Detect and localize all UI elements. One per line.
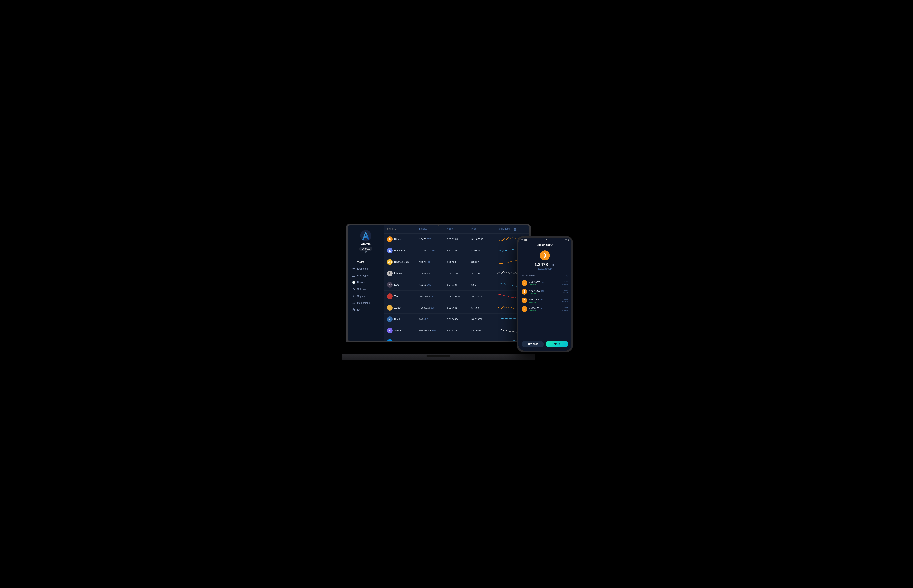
balance-cell: 1.3042853 LTC	[419, 272, 447, 275]
price-cell: $ 28.62	[471, 261, 497, 263]
tx-item[interactable]: ₿ + 0.0159728 BTC Confirmed 23:21 23.08.…	[521, 279, 568, 288]
wallet-icon: ◫	[352, 260, 355, 263]
phone-coin-display: ₿ 1.3478 BTC 15,998.38 USD	[518, 248, 571, 273]
zec-logo: Z	[387, 305, 393, 310]
balance-cell: 10.223 BNB	[419, 261, 447, 263]
laptop-screen: Atomic 17,876.2 USD ▾ ◫ Wallet	[348, 226, 529, 341]
filter-icon[interactable]: ⊟	[514, 228, 526, 231]
tx-time: 21:05 19.07.19	[562, 307, 568, 311]
tx-title: Your transactions	[521, 275, 537, 277]
trend-cell	[497, 292, 520, 300]
coin-info: Ξ Ethereum	[387, 248, 419, 254]
xlm-logo: ✦	[387, 328, 393, 333]
sidebar-item-exchange[interactable]: ⇄ Exchange	[348, 265, 384, 272]
camera-dot	[438, 225, 439, 226]
sidebar-item-exit[interactable]: ⏻ Exit	[348, 306, 384, 313]
price-cell: $ 11,870.30	[471, 238, 497, 240]
logo-area: Atomic 17,876.2 USD ▾	[348, 229, 384, 254]
tx-details: + 0.0159728 BTC Confirmed	[529, 280, 560, 286]
coin-info: Z ZCash	[387, 305, 419, 310]
tx-details: + 0.2706069 BTC Confirmed	[529, 289, 560, 294]
transactions-section: Your transactions ↻ ₿ + 0.0159728 BTC Co…	[518, 273, 571, 339]
sidebar-item-membership[interactable]: ◎ Membership	[348, 299, 384, 306]
trx-logo: T	[387, 294, 393, 299]
sidebar-item-wallet[interactable]: ◫ Wallet	[348, 258, 384, 265]
table-row[interactable]: EOS EOS 41.262 EOS $ 246.334 $ 5.97	[384, 279, 529, 291]
table-row[interactable]: Z ZCash 7.1039972 ZEC $ 326.641 $ 45.98	[384, 302, 529, 313]
sidebar-item-support[interactable]: ? Support	[348, 293, 384, 299]
price-cell: $ 0.105517	[471, 330, 497, 332]
table-row[interactable]: T Tron 1006.4289 TRX $ 34.273936 $ 0.034…	[384, 291, 529, 302]
coin-info: BNB Binance Coin	[387, 259, 419, 265]
table-row[interactable]: D Dash 1.62 DASH $ 257.8878 $ 159.19	[384, 336, 529, 341]
bnb-logo: BNB	[387, 259, 393, 265]
buy-crypto-icon: ▬	[352, 274, 355, 277]
table-row[interactable]: ✦ Stellar 403.836152 XLM $ 42.6115 $ 0.1…	[384, 325, 529, 336]
coin-info: ✕ Ripple	[387, 317, 419, 322]
nav-items: ◫ Wallet ⇄ Exchange ▬ Buy crypto 🕐	[348, 258, 384, 313]
tx-amount-row: + 0.0159728 BTC	[529, 280, 560, 284]
phone-balance-row: 1.3478 BTC	[534, 262, 555, 267]
signal-label: 4G ▐▐▐	[521, 239, 527, 241]
trend-cell	[497, 270, 520, 278]
table-row[interactable]: BNB Binance Coin 10.223 BNB $ 292.58 $ 2…	[384, 256, 529, 268]
search-column	[387, 228, 419, 231]
trend-cell	[497, 247, 520, 255]
tx-time: 21:05 19.08.19	[562, 289, 568, 294]
balance-column-header: Balance	[419, 228, 447, 231]
table-row[interactable]: ✕ Ripple 209 XRP $ 82.96424 $ 0.396958	[384, 313, 529, 325]
table-row[interactable]: Ξ Ethereum 2.0152977 ETH $ 621.356 $ 308…	[384, 245, 529, 256]
price-column-header: Price	[471, 228, 497, 231]
coin-info: Ł Litecoin	[387, 271, 419, 276]
tx-coin-logo: ₿	[521, 306, 527, 312]
value-cell: $ 157.1794	[447, 272, 471, 275]
balance-cell: 7.1039972 ZEC	[419, 307, 447, 309]
tx-item[interactable]: ₿ + 0.522017 BTC Confirmed 13:25 06.08.1…	[521, 296, 568, 305]
tx-item[interactable]: ₿ + 0.358172 BTC Confirmed 21:05 19.07.1…	[521, 305, 568, 313]
phone-balance-unit: BTC	[550, 263, 555, 267]
refresh-icon[interactable]: ↻	[566, 275, 568, 277]
bitcoin-logo: ₿	[387, 236, 393, 242]
tx-status: Confirmed	[529, 292, 560, 294]
tx-header: Your transactions ↻	[521, 275, 568, 277]
time-label: 17:41	[544, 239, 548, 241]
tx-item[interactable]: ₿ + 0.2706069 BTC Confirmed 21:05 19.08.…	[521, 288, 568, 296]
trend-cell	[497, 258, 520, 266]
balance-cell: 403.836152 XLM	[419, 330, 447, 332]
trend-cell	[497, 304, 520, 312]
tx-status: Confirmed	[529, 301, 560, 303]
receive-button[interactable]: RECEIVE	[521, 341, 544, 347]
table-row[interactable]: ₿ Bitcoin 1.3478 BTC $ 15,998.3 $ 11,870…	[384, 234, 529, 245]
laptop-base	[342, 354, 535, 360]
sidebar-item-buy-crypto[interactable]: ▬ Buy crypto	[348, 272, 384, 279]
value-cell: $ 326.641	[447, 307, 471, 309]
tx-details: + 0.522017 BTC Confirmed	[529, 297, 560, 303]
value-column-header: Value	[447, 228, 471, 231]
phone: 4G ▐▐▐ 17:41 73% ▮ ← Bitcoin (BTC) ₿ 1.3…	[517, 236, 573, 352]
balance-cell: 1.3478 BTC	[419, 238, 447, 240]
price-cell: $ 0.034055	[471, 295, 497, 297]
phone-header: ← Bitcoin (BTC)	[518, 242, 571, 248]
app-name: Atomic	[361, 242, 371, 246]
main-content: Balance Value Price 30 day trend ⊟ ₿ Bit…	[384, 226, 529, 341]
atomic-logo-icon	[360, 229, 372, 242]
exchange-icon: ⇄	[352, 267, 355, 270]
table-row[interactable]: Ł Litecoin 1.3042853 LTC $ 157.1794 $ 12…	[384, 268, 529, 279]
tx-details: + 0.358172 BTC Confirmed	[529, 306, 560, 312]
settings-icon: ⚙	[352, 288, 355, 291]
balance-badge: 17,876.2	[359, 247, 372, 251]
dash-logo: D	[387, 339, 393, 341]
back-button[interactable]: ←	[521, 243, 525, 247]
tx-time: 13:25 06.08.19	[562, 298, 568, 303]
search-input[interactable]	[387, 228, 419, 230]
trend-cell	[497, 235, 520, 243]
tx-time: 23:21 23.08.19	[562, 281, 568, 286]
send-button[interactable]: SEND	[546, 341, 568, 347]
coin-info: T Tron	[387, 294, 419, 299]
value-cell: $ 621.356	[447, 249, 471, 252]
sidebar-item-history[interactable]: 🕐 History	[348, 279, 384, 286]
membership-icon: ◎	[352, 301, 355, 305]
laptop: Atomic 17,876.2 USD ▾ ◫ Wallet	[346, 224, 531, 360]
sidebar-item-settings[interactable]: ⚙ Settings	[348, 286, 384, 293]
history-icon: 🕐	[352, 281, 355, 284]
